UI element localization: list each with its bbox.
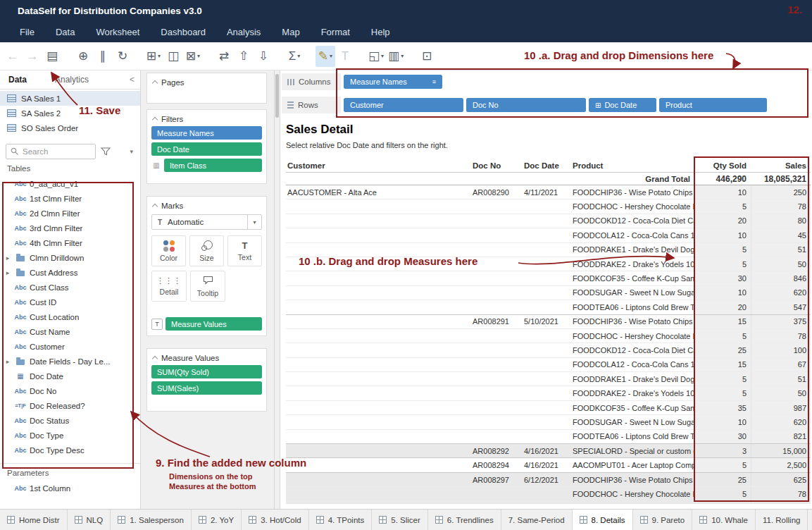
sheet-tab-5-slicer[interactable]: 5. Slicer [372, 510, 428, 530]
sheet-tab-2-yoy[interactable]: 2. YoY [192, 510, 242, 530]
sort-ascending-button[interactable]: ⇧ [234, 46, 254, 67]
undo-button[interactable]: ← [3, 46, 23, 67]
rows-pill-doc-no[interactable]: Doc No [466, 98, 586, 112]
show-mark-labels-button[interactable]: T [335, 46, 355, 67]
data-source-item-so-sales-order[interactable]: SO Sales Order [0, 121, 140, 135]
menu-file[interactable]: File [9, 21, 45, 42]
field-item-1st-column[interactable]: Abc1st Column [0, 481, 140, 495]
collapse-caret-icon[interactable] [152, 356, 158, 362]
save-button[interactable]: ▤ [42, 46, 62, 67]
sheet-tab-11-rolling[interactable]: 11. Rolling [756, 510, 808, 530]
field-item-doc-released[interactable]: =T|FDoc Released? [0, 398, 140, 413]
measure-values-pill-sum-qty-sold[interactable]: SUM(Qty Sold) [151, 365, 262, 378]
table-row[interactable]: AR0082976/12/2021FOODCHIP36 - Wise Potat… [286, 473, 811, 487]
table-row[interactable]: FOODTEA06 - Liptons Cold Brew Tea Bags .… [286, 430, 811, 444]
measure-values-pill-sum-sales[interactable]: SUM(Sales) [151, 381, 262, 395]
data-source-item-sa-sales-1[interactable]: SA Sales 1 [0, 91, 140, 106]
field-item-customer[interactable]: AbcCustomer [0, 339, 140, 354]
field-item-cust-address[interactable]: ▸Cust Address [0, 265, 140, 280]
swap-rows-columns-button[interactable]: ⇄ [214, 46, 234, 67]
sort-descending-button[interactable]: ⇩ [254, 46, 273, 67]
filter-pill-measure-names[interactable]: Measure Names [151, 126, 262, 140]
menu-worksheet[interactable]: Worksheet [85, 21, 150, 42]
clear-sheet-button[interactable]: ⊠▾ [183, 46, 203, 67]
column-header-doc-date[interactable]: Doc Date [523, 161, 571, 170]
sheet-tab-1-salesperson[interactable]: 1. Salesperson [111, 510, 192, 530]
marks-pill-measure-values[interactable]: Measure Values [165, 317, 262, 331]
table-row[interactable]: FOODDRAKE2 - Drake's Yodels 10 ct550 [286, 386, 811, 400]
menu-help[interactable]: Help [361, 21, 401, 42]
rows-pill-product[interactable]: Product [659, 98, 767, 112]
column-header-customer[interactable]: Customer [286, 161, 471, 170]
columns-shelf[interactable]: Measure Names≡ [344, 75, 442, 89]
menu-data[interactable]: Data [45, 21, 85, 42]
field-item-cust-name[interactable]: AbcCust Name [0, 324, 140, 339]
menu-format[interactable]: Format [311, 21, 361, 42]
table-row[interactable]: FOODCOKD12 - Coca-Cola Diet Cans - 12 pa… [286, 343, 811, 357]
field-item-clmn-drilldown[interactable]: ▸Clmn Drilldown [0, 250, 140, 265]
panel-scrollbar[interactable] [275, 70, 280, 509]
table-row[interactable]: FOODCHOC - Hershey Chocolate Kisses 3.5.… [286, 329, 811, 343]
column-header-doc-no[interactable]: Doc No [471, 161, 523, 170]
mark-type-dropdown[interactable]: T Automatic ▾ [151, 214, 262, 230]
sheet-tab-12-to[interactable]: 12. To [808, 510, 812, 530]
table-row[interactable]: FOODSUGAR - Sweet N Low Sugar 12pk10620 [286, 286, 811, 300]
table-row[interactable]: FOODDRAKE1 - Drake's Devil Dogs 8 ct551 [286, 372, 811, 386]
data-pane-tab-analytics[interactable]: Analytics [55, 75, 89, 85]
columns-pill-measure-names[interactable]: Measure Names≡ [344, 75, 442, 89]
show-hide-cards-button[interactable]: ▥▾ [386, 46, 406, 67]
run-auto-updates-button[interactable]: ↻ [113, 46, 132, 67]
rows-pill-doc-date[interactable]: ⊞Doc Date [589, 98, 656, 112]
duplicate-sheet-button[interactable]: ◫ [163, 46, 183, 67]
marks-size-button[interactable]: Size [189, 235, 224, 266]
field-item-cust-location[interactable]: AbcCust Location [0, 309, 140, 324]
table-row[interactable]: FOODSUGAR - Sweet N Low Sugar 12pk10620 [286, 415, 811, 429]
sheet-tab-4-tpoints[interactable]: 4. TPoints [309, 510, 373, 530]
sheet-tab-3-hot-cold[interactable]: 3. Hot/Cold [242, 510, 309, 530]
field-item-doc-date[interactable]: ▦Doc Date [0, 369, 140, 383]
dropdown-caret-icon[interactable]: ▾ [247, 215, 261, 229]
highlight-button[interactable]: ✎▾ [316, 46, 335, 67]
table-row[interactable]: FOODCHOC - Hershey Chocolate Kisses 3.5.… [286, 199, 811, 214]
search-input[interactable]: Search [6, 144, 96, 159]
field-item-cust-id[interactable]: AbcCust ID [0, 295, 140, 309]
field-item-doc-type[interactable]: AbcDoc Type [0, 428, 140, 443]
field-item-date-fields-day-le[interactable]: ▸Date Fields - Day Le... [0, 354, 140, 369]
scrollbar-thumb[interactable] [275, 74, 279, 118]
table-row[interactable]: FOODCHOC - Hershey Chocolate Kisses 3.5.… [286, 487, 811, 501]
new-data-source-button[interactable]: ⊕ [73, 46, 93, 67]
rows-shelf[interactable]: CustomerDoc No⊞Doc DateProduct [344, 98, 767, 112]
sheet-tab-6-trendlines[interactable]: 6. Trendlines [428, 510, 501, 530]
collapse-caret-icon[interactable] [152, 117, 158, 123]
fit-button[interactable]: ◱▾ [366, 46, 386, 67]
sheet-tab-10-whale[interactable]: 10. Whale [692, 510, 756, 530]
table-row[interactable]: AR0082944/16/2021AACOMPUT01 - Acer Lapto… [286, 458, 811, 472]
pause-auto-updates-button[interactable]: ∥ [93, 46, 113, 67]
marks-color-button[interactable]: Color [151, 235, 186, 266]
table-row[interactable]: AR0082924/16/2021SPECIALORD - Special or… [286, 444, 811, 458]
table-row[interactable]: AR0082915/10/2021FOODCHIP36 - Wise Potat… [286, 315, 811, 329]
field-item-3rd-clmn-filter[interactable]: Abc3rd Clmn Filter [0, 221, 140, 235]
column-header-product[interactable]: Product [571, 161, 694, 170]
totals-button[interactable]: Σ▾ [285, 46, 304, 67]
collapse-caret-icon[interactable] [152, 204, 158, 209]
field-item-0-aa-acu-v1[interactable]: Abc0_aa_acu_v1 [0, 176, 140, 191]
data-pane-tab-data[interactable]: Data [8, 75, 27, 85]
field-filter-icon[interactable] [101, 147, 111, 156]
table-row[interactable]: FOODKCOF35 - Coffee K-Cup Sampler Coff..… [286, 271, 811, 285]
filter-pill-doc-date[interactable]: Doc Date [151, 142, 262, 156]
marks-detail-button[interactable]: ⋮⋮⋮Detail [151, 271, 187, 302]
table-row[interactable]: FOODKCOF35 - Coffee K-Cup Sampler Coff..… [286, 401, 811, 415]
table-row[interactable]: FOODTEA06 - Liptons Cold Brew Tea Bags .… [286, 300, 811, 314]
field-item-2d-clmn-filter[interactable]: Abc2d Clmn Filter [0, 206, 140, 221]
marks-tooltip-button[interactable]: Tooltip [190, 271, 225, 302]
column-header-sales[interactable]: Sales [751, 161, 811, 170]
table-row[interactable]: FOODCOLA12 - Coca-Cola Cans 12 Count1567 [286, 358, 811, 372]
sheet-tab-home-distr[interactable]: Home Distr [0, 510, 68, 530]
redo-button[interactable]: → [23, 46, 42, 67]
fields-menu-caret-icon[interactable]: ▾ [130, 148, 135, 155]
field-item-4th-clmn-filter[interactable]: Abc4th Clmn Filter [0, 235, 140, 250]
marks-text-button[interactable]: TText [227, 235, 262, 266]
sheet-tab-nlq[interactable]: NLQ [68, 510, 111, 530]
new-worksheet-button[interactable]: ⊞▾ [144, 46, 163, 67]
